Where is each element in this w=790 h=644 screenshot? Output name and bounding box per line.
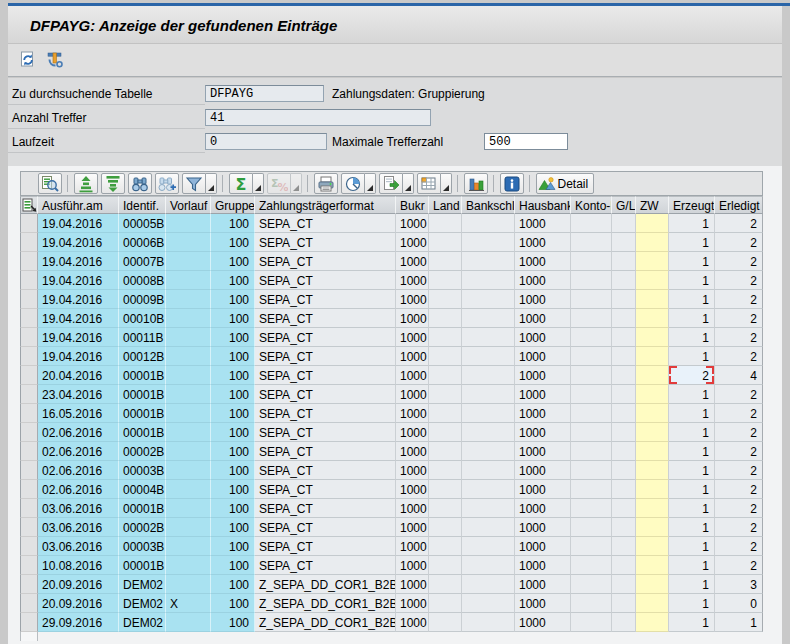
cell-bukr[interactable]: 1000 bbox=[396, 594, 429, 613]
cell-konto-id[interactable] bbox=[571, 461, 612, 480]
settings-button[interactable] bbox=[43, 49, 66, 72]
cell-erzeugt[interactable]: 1 bbox=[669, 347, 715, 366]
cell-g-l[interactable] bbox=[612, 575, 636, 594]
cell-vorlauf[interactable]: X bbox=[166, 594, 211, 613]
cell-zahlungstr-gerformat[interactable]: SEPA_CT bbox=[255, 309, 396, 328]
cell-gruppe[interactable]: 100 bbox=[211, 575, 255, 594]
cell-ausf-hr-am[interactable]: 02.06.2016 bbox=[38, 442, 119, 461]
table-name-field[interactable]: DFPAYG bbox=[205, 85, 324, 102]
cell-g-l[interactable] bbox=[612, 271, 636, 290]
cell-bankschl[interactable] bbox=[462, 594, 515, 613]
cell-bukr[interactable]: 1000 bbox=[396, 480, 429, 499]
cell-vorlauf[interactable] bbox=[166, 347, 211, 366]
cell-bukr[interactable]: 1000 bbox=[396, 290, 429, 309]
filter-button[interactable] bbox=[182, 173, 206, 194]
cell-zahlungstr-gerformat[interactable]: SEPA_CT bbox=[255, 480, 396, 499]
print-button[interactable] bbox=[314, 173, 338, 194]
cell-bankschl[interactable] bbox=[462, 385, 515, 404]
cell-erzeugt[interactable]: 1 bbox=[669, 328, 715, 347]
cell-gruppe[interactable]: 100 bbox=[211, 594, 255, 613]
cell-erzeugt[interactable]: 1 bbox=[669, 271, 715, 290]
cell-identif[interactable]: 00001B bbox=[119, 499, 166, 518]
cell-land[interactable] bbox=[429, 233, 462, 252]
cell-bukr[interactable]: 1000 bbox=[396, 309, 429, 328]
cell-zw[interactable] bbox=[636, 366, 669, 385]
cell-ausf-hr-am[interactable]: 29.09.2016 bbox=[38, 613, 119, 632]
cell-g-l[interactable] bbox=[612, 366, 636, 385]
cell-bankschl[interactable] bbox=[462, 461, 515, 480]
cell-identif[interactable]: 00005B bbox=[119, 214, 166, 233]
cell-bukr[interactable]: 1000 bbox=[396, 366, 429, 385]
cell-g-l[interactable] bbox=[612, 214, 636, 233]
cell-g-l[interactable] bbox=[612, 461, 636, 480]
info-button[interactable] bbox=[500, 173, 524, 194]
cell-vorlauf[interactable] bbox=[166, 575, 211, 594]
cell-ausf-hr-am[interactable]: 16.05.2016 bbox=[38, 404, 119, 423]
views-dropdown[interactable] bbox=[365, 173, 376, 194]
cell-bankschl[interactable] bbox=[462, 442, 515, 461]
row-selector-cell[interactable] bbox=[20, 442, 38, 461]
cell-zw[interactable] bbox=[636, 556, 669, 575]
column-header-zahlungstr-gerformat[interactable]: Zahlungsträgerformat bbox=[255, 196, 396, 214]
column-header-g-l[interactable]: G/L bbox=[612, 196, 636, 214]
cell-erzeugt[interactable]: 1 bbox=[669, 537, 715, 556]
cell-land[interactable] bbox=[429, 309, 462, 328]
refresh-button[interactable] bbox=[16, 49, 39, 72]
cell-bukr[interactable]: 1000 bbox=[396, 461, 429, 480]
cell-konto-id[interactable] bbox=[571, 556, 612, 575]
cell-konto-id[interactable] bbox=[571, 480, 612, 499]
cell-erledigt[interactable]: 0 bbox=[715, 594, 763, 613]
row-selector-cell[interactable] bbox=[20, 271, 38, 290]
cell-vorlauf[interactable] bbox=[166, 385, 211, 404]
hits-field[interactable]: 41 bbox=[205, 109, 431, 126]
cell-gruppe[interactable]: 100 bbox=[211, 252, 255, 271]
cell-vorlauf[interactable] bbox=[166, 423, 211, 442]
cell-bankschl[interactable] bbox=[462, 214, 515, 233]
cell-zw[interactable] bbox=[636, 385, 669, 404]
cell-bankschl[interactable] bbox=[462, 233, 515, 252]
cell-bankschl[interactable] bbox=[462, 309, 515, 328]
export-button[interactable] bbox=[379, 173, 403, 194]
cell-g-l[interactable] bbox=[612, 290, 636, 309]
cell-land[interactable] bbox=[429, 214, 462, 233]
cell-bukr[interactable]: 1000 bbox=[396, 556, 429, 575]
cell-konto-id[interactable] bbox=[571, 233, 612, 252]
cell-hausbank[interactable]: 1000 bbox=[515, 556, 571, 575]
cell-vorlauf[interactable] bbox=[166, 556, 211, 575]
cell-erledigt[interactable]: 2 bbox=[715, 423, 763, 442]
cell-zw[interactable] bbox=[636, 518, 669, 537]
cell-vorlauf[interactable] bbox=[166, 328, 211, 347]
cell-identif[interactable]: 00001B bbox=[119, 423, 166, 442]
cell-zahlungstr-gerformat[interactable]: Z_SEPA_DD_COR1_B2B bbox=[255, 613, 396, 632]
graphics-button[interactable] bbox=[464, 173, 488, 194]
choose-detail-button[interactable] bbox=[38, 173, 62, 194]
cell-zw[interactable] bbox=[636, 499, 669, 518]
cell-g-l[interactable] bbox=[612, 423, 636, 442]
row-selector-cell[interactable] bbox=[20, 385, 38, 404]
cell-ausf-hr-am[interactable]: 19.04.2016 bbox=[38, 309, 119, 328]
cell-identif[interactable]: 00003B bbox=[119, 537, 166, 556]
cell-g-l[interactable] bbox=[612, 594, 636, 613]
row-selector-cell[interactable] bbox=[20, 537, 38, 556]
cell-ausf-hr-am[interactable]: 19.04.2016 bbox=[38, 252, 119, 271]
cell-hausbank[interactable]: 1000 bbox=[515, 404, 571, 423]
cell-zahlungstr-gerformat[interactable]: SEPA_CT bbox=[255, 385, 396, 404]
cell-zahlungstr-gerformat[interactable]: SEPA_CT bbox=[255, 442, 396, 461]
cell-land[interactable] bbox=[429, 347, 462, 366]
runtime-field[interactable]: 0 bbox=[205, 133, 327, 150]
cell-erledigt[interactable]: 3 bbox=[715, 575, 763, 594]
cell-g-l[interactable] bbox=[612, 252, 636, 271]
column-header-identif[interactable]: Identif. bbox=[119, 196, 166, 214]
cell-konto-id[interactable] bbox=[571, 499, 612, 518]
cell-ausf-hr-am[interactable]: 19.04.2016 bbox=[38, 290, 119, 309]
cell-bankschl[interactable] bbox=[462, 290, 515, 309]
row-selector-cell[interactable] bbox=[20, 613, 38, 632]
cell-identif[interactable]: 00001B bbox=[119, 385, 166, 404]
max-hits-input[interactable]: 500 bbox=[484, 133, 568, 150]
cell-identif[interactable]: DEM02 bbox=[119, 613, 166, 632]
cell-identif[interactable]: 00007B bbox=[119, 252, 166, 271]
cell-ausf-hr-am[interactable]: 20.09.2016 bbox=[38, 594, 119, 613]
detail-button[interactable]: Detail bbox=[536, 173, 595, 194]
cell-erledigt[interactable]: 2 bbox=[715, 480, 763, 499]
cell-erledigt[interactable]: 2 bbox=[715, 404, 763, 423]
